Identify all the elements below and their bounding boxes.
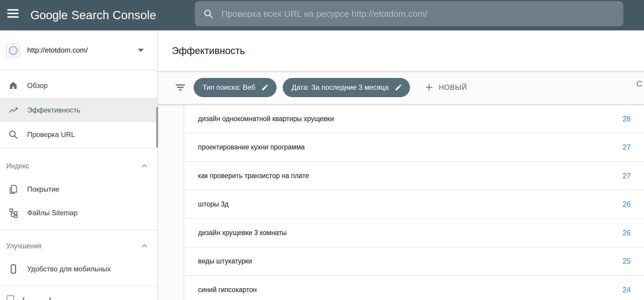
home-icon	[8, 81, 18, 91]
table-row[interactable]: дизайн однокомнатной квартиры хрущевки 2…	[184, 105, 644, 133]
section-header-index[interactable]: Индекс	[0, 158, 157, 174]
chevron-up-icon	[140, 162, 148, 170]
sidebar-item-mobile-usability[interactable]: Удобство для мобильных	[0, 257, 157, 281]
chevron-down-icon	[138, 49, 144, 52]
plus-icon	[424, 82, 434, 92]
query-text: дизайн хрущевки 3 комнаты	[198, 229, 287, 237]
table-row[interactable]: проектирование кухни программа 27	[184, 133, 644, 162]
sidebar-item-url-inspection[interactable]: Проверка URL	[0, 122, 157, 147]
clicks-value: 28	[622, 115, 631, 123]
edit-pencil-icon	[395, 84, 402, 91]
url-inspection-icon	[8, 130, 18, 140]
sidebar-scrollbar-thumb[interactable]	[156, 107, 158, 148]
performance-icon	[8, 105, 18, 115]
globe-icon	[8, 45, 18, 56]
property-url: http://etotdom.com/	[27, 46, 88, 54]
sidebar: http://etotdom.com/ Обзор Эффективность …	[0, 30, 158, 300]
clipped-right-control[interactable]: С	[636, 79, 642, 89]
filter-chip-label: Тип поиска: Веб	[202, 83, 255, 92]
query-text: синий гипсокартон	[198, 286, 257, 294]
search-icon	[203, 9, 214, 19]
filter-bar: Тип поиска: Веб Дата: За последние 3 мес…	[158, 71, 644, 104]
page-title: Эффективность	[172, 45, 245, 56]
coverage-icon	[8, 184, 18, 194]
query-text: дизайн однокомнатной квартиры хрущевки	[198, 115, 334, 123]
property-selector[interactable]: http://etotdom.com/	[0, 30, 157, 70]
clicks-value: 25	[622, 257, 631, 265]
search-input[interactable]	[221, 9, 614, 19]
clicks-value: 24	[622, 286, 631, 294]
section-title: Улучшения	[6, 242, 41, 250]
filter-chip-label: Дата: За последние 3 месяца	[292, 83, 389, 92]
queries-table: дизайн однокомнатной квартиры хрущевки 2…	[184, 105, 644, 300]
divider	[0, 286, 157, 286]
query-text: проектирование кухни программа	[198, 143, 305, 151]
table-row[interactable]: как проверить транзистор на плате 27	[184, 162, 644, 190]
sidebar-item-overview[interactable]: Обзор	[0, 73, 157, 98]
section-title: Индекс	[6, 162, 29, 170]
table-row[interactable]: дизайн хрущевки 3 комнаты 26	[184, 219, 644, 247]
clicks-value: 26	[622, 229, 631, 237]
edit-pencil-icon	[261, 84, 269, 91]
app-header: Google Search Console	[0, 0, 644, 30]
section-header-enhancements[interactable]: Улучшения	[0, 238, 157, 254]
table-top-divider	[158, 104, 644, 107]
title-bar: Эффективность	[158, 30, 644, 71]
divider	[0, 148, 157, 148]
clipped-sidebar-item-icon	[6, 295, 14, 300]
sidebar-item-label: Проверка URL	[27, 131, 75, 139]
sidebar-item-label: Покрытие	[27, 185, 59, 193]
clicks-value: 26	[622, 200, 631, 208]
query-text: шторы 3д	[198, 200, 228, 208]
table-row[interactable]: шторы 3д 26	[184, 190, 644, 219]
new-filter-button[interactable]: НОВЫЙ	[424, 82, 467, 92]
app-logo: Google Search Console	[30, 0, 156, 30]
clipped-text-fragment	[23, 297, 24, 300]
mobile-icon	[8, 264, 18, 274]
property-favicon	[6, 43, 20, 57]
filter-chip-date[interactable]: Дата: За последние 3 месяца	[283, 78, 410, 97]
logo-google: Google	[30, 9, 68, 22]
query-text: как проверить транзистор на плате	[198, 172, 309, 180]
sidebar-item-label: Файлы Sitemap	[27, 209, 78, 217]
new-filter-label: НОВЫЙ	[439, 83, 467, 92]
divider	[0, 70, 157, 71]
table-row[interactable]: виды штукатурки 25	[184, 247, 644, 276]
clicks-value: 27	[622, 172, 631, 180]
logo-product: Search Console	[71, 9, 156, 22]
clicks-value: 27	[622, 143, 631, 151]
sidebar-item-sitemaps[interactable]: Файлы Sitemap	[0, 200, 157, 225]
sidebar-item-label: Обзор	[27, 81, 48, 90]
chevron-up-icon	[140, 242, 148, 250]
divider	[0, 230, 157, 230]
sidebar-item-coverage[interactable]: Покрытие	[0, 177, 157, 201]
table-row[interactable]: синий гипсокартон 24	[184, 276, 644, 300]
main-content: Эффективность Тип поиска: Веб Дата: За п…	[158, 30, 644, 300]
url-inspection-searchbar[interactable]	[195, 1, 623, 26]
query-text: виды штукатурки	[198, 257, 252, 265]
sitemap-icon	[8, 208, 18, 218]
filter-chip-search-type[interactable]: Тип поиска: Веб	[194, 78, 277, 97]
sidebar-item-label: Эффективность	[27, 106, 80, 114]
hamburger-menu-icon[interactable]	[7, 9, 19, 21]
filter-icon[interactable]	[175, 82, 186, 93]
sidebar-item-performance[interactable]: Эффективность	[0, 98, 157, 122]
sidebar-item-label: Удобство для мобильных	[27, 265, 111, 273]
clipped-text-fragment	[49, 297, 51, 300]
